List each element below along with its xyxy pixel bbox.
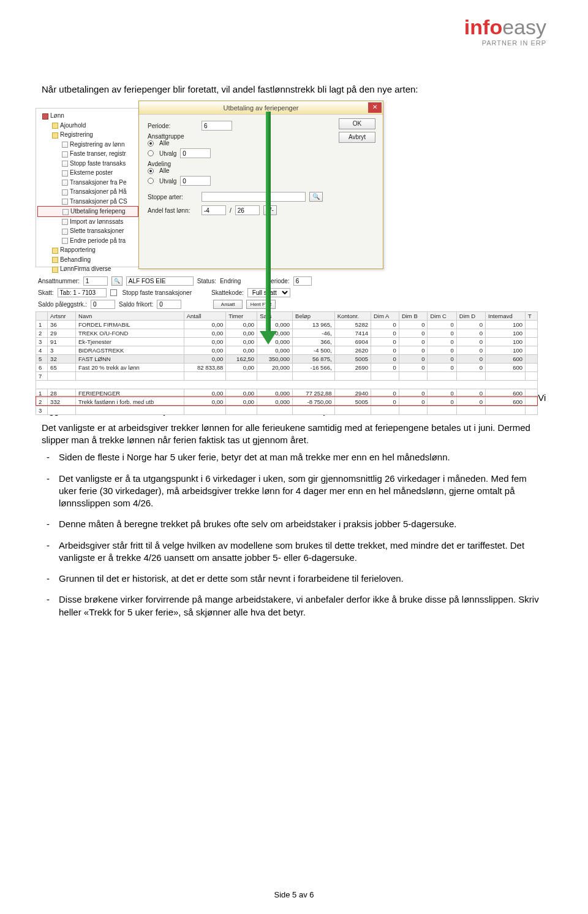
ansatt-button[interactable]: Ansatt	[213, 300, 243, 309]
ansattnr-input[interactable]	[83, 276, 108, 286]
radio-alle[interactable]	[148, 140, 154, 147]
search-icon[interactable]: 🔍	[111, 276, 123, 286]
tree-item[interactable]: Slette transaksjoner	[70, 227, 124, 234]
tree-lonnfirma[interactable]: LønnFirma diverse	[60, 265, 111, 272]
col-header: Timer	[226, 312, 257, 321]
periode-input2[interactable]	[293, 276, 312, 286]
cancel-button[interactable]: Avbryt	[339, 132, 375, 143]
avd-utvalg-input[interactable]	[180, 176, 211, 186]
col-header: Sats	[257, 312, 293, 321]
list-item: Denne måten å beregne trekket på brukes …	[59, 518, 546, 530]
status-label: Status:	[197, 278, 216, 284]
stoppe-label: Stoppe arter:	[148, 194, 198, 200]
saldo-p-label: Saldo påleggstrk.:	[38, 301, 87, 308]
skatt-label: Skatt:	[38, 289, 54, 296]
col-header: Kontonr.	[334, 312, 371, 321]
list-item: Det vanligste er å ta utgangspunkt i 6 v…	[59, 473, 546, 510]
andel-sep: /	[230, 207, 232, 214]
status-value: Endring	[220, 278, 241, 284]
stopp-label: Stopp faste transaksjoner	[123, 289, 192, 296]
tree-item[interactable]: Transaksjoner på CS	[70, 198, 127, 205]
tree-item[interactable]: Transaksjoner fra Pe	[70, 179, 126, 186]
table-row[interactable]: 2332Trekk fastlønn i forb. med utb0,000,…	[36, 398, 538, 406]
col-header: Dim A	[371, 312, 399, 321]
col-header: Dim C	[428, 312, 456, 321]
close-icon[interactable]: ✕	[368, 102, 382, 113]
tree-registrering[interactable]: Registrering	[60, 131, 93, 138]
nav-tree: Lønn Ajourhold Registrering Registrering…	[36, 108, 140, 267]
tree-item[interactable]: Transaksjoner på Hå	[70, 188, 126, 195]
radio-avd-alle[interactable]	[148, 168, 154, 174]
radio-utvalg[interactable]	[148, 150, 154, 156]
transaction-grid-area: Ansattnummer: 🔍 Status: Endring Periode:…	[36, 275, 538, 415]
search-icon[interactable]: 🔍	[309, 192, 323, 202]
tree-item[interactable]: Endre periode på tra	[70, 237, 126, 244]
periode-label: Periode:	[148, 123, 198, 129]
table-row[interactable]: 532FAST LØNN0,00162,50350,00056 875,5005…	[36, 355, 538, 364]
periode-input[interactable]	[202, 121, 232, 131]
table-row[interactable]: 136FORDEL FIRMABIL0,000,000,00013 965,52…	[36, 321, 538, 329]
dialog-utbetaling: Utbetaling av feriepenger ✕ OK Avbryt Pe…	[138, 101, 383, 269]
col-header: T	[526, 312, 538, 321]
app-screenshot: Lønn Ajourhold Registrering Registrering…	[36, 101, 538, 364]
brand-tagline: PARTNER IN ERP	[42, 39, 546, 47]
stopp-checkbox[interactable]	[110, 289, 117, 296]
col-header: Internavd	[486, 312, 526, 321]
tree-rapportering[interactable]: Rapportering	[60, 246, 96, 253]
stoppe-input[interactable]	[202, 192, 306, 202]
table-row[interactable]: 665Fast 20 % trekk av lønn82 833,880,002…	[36, 364, 538, 372]
table-row[interactable]: 7	[36, 372, 538, 381]
tree-ajourhold[interactable]: Ajourhold	[60, 122, 86, 129]
bullet-list: Siden de fleste i Norge har 5 uker ferie…	[42, 451, 546, 619]
skatt-input[interactable]	[58, 288, 107, 297]
annotation-arrow	[263, 112, 273, 345]
transactions-table: ArtsnrNavnAntallTimerSatsBeløpKontonr.Di…	[36, 311, 538, 415]
col-header	[36, 312, 48, 321]
utvalg-input[interactable]	[180, 148, 211, 158]
saldo-p-input[interactable]	[91, 300, 115, 309]
paragraph: Det vanligste er at arbeidsgiver trekker…	[42, 422, 546, 447]
andel-a-input[interactable]	[202, 205, 226, 215]
radio-avd-utvalg[interactable]	[148, 178, 154, 184]
col-header: Antall	[184, 312, 226, 321]
ansattnr-label: Ansattnummer:	[38, 278, 80, 284]
list-item: Arbeidsgiver står fritt til å velge hvil…	[59, 539, 546, 565]
col-header: Artsnr	[48, 312, 76, 321]
ok-button[interactable]: OK	[339, 118, 375, 129]
tree-root: Lønn	[50, 112, 64, 119]
table-row[interactable]: 229TREKK O/U-FOND0,000,000,000-46,741400…	[36, 329, 538, 338]
avdeling-label: Avdeling	[148, 161, 377, 167]
table-row[interactable]: 3	[36, 406, 538, 415]
andel-label: Andel fast lønn:	[148, 207, 198, 214]
col-header: Beløp	[293, 312, 335, 321]
table-row[interactable]: 43BIDRAGSTREKK0,000,000,000-4 500,262000…	[36, 346, 538, 355]
skattekode-label: Skattekode:	[211, 289, 244, 296]
intro-paragraph: Når utbetalingen av feriepenger blir for…	[42, 83, 546, 96]
list-item: Disse brøkene virker forvirrende på mang…	[59, 593, 546, 619]
tree-item[interactable]: Stopp faste transaks	[70, 160, 126, 167]
tree-item[interactable]: Eksterne poster	[70, 169, 113, 176]
tree-item-selected[interactable]: Utbetaling feriepeng	[70, 208, 126, 215]
dialog-title: Utbetaling av feriepenger	[139, 101, 383, 115]
saldo-f-label: Saldo frikort:	[119, 301, 153, 308]
col-header: Dim B	[399, 312, 428, 321]
saldo-f-input[interactable]	[157, 300, 181, 309]
list-item: Grunnen til det er historisk, at det er …	[59, 573, 546, 585]
list-item: Siden de fleste i Norge har 5 uker ferie…	[59, 451, 546, 463]
page-footer: Side 5 av 6	[0, 890, 588, 899]
tree-item[interactable]: Faste transer, registr	[70, 150, 126, 157]
tree-item[interactable]: Import av lønnssats	[70, 218, 123, 225]
col-header: Dim D	[456, 312, 485, 321]
table-row[interactable]: 391Ek-Tjenester0,000,000,000366,69040000…	[36, 338, 538, 346]
brand-logo: infoeasy PARTNER IN ERP	[42, 15, 546, 47]
table-row[interactable]: 128FERIEPENGER0,000,000,00077 252,882940…	[36, 389, 538, 398]
col-header: Navn	[76, 312, 184, 321]
tree-item[interactable]: Registrering av lønn	[70, 141, 124, 148]
andel-b-input[interactable]	[235, 205, 260, 215]
tree-behandling[interactable]: Behandling	[60, 256, 91, 263]
ansatt-navn[interactable]	[126, 276, 194, 286]
